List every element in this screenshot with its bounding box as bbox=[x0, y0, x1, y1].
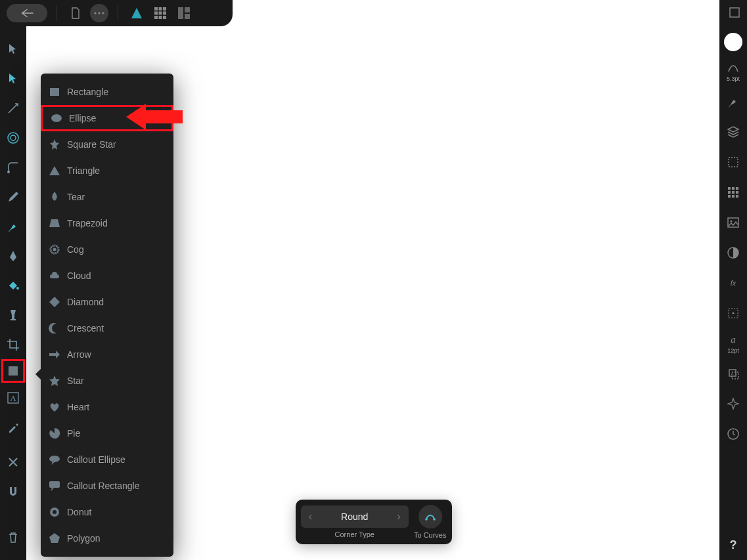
swatches-panel[interactable] bbox=[719, 177, 747, 207]
right-toolbar: 5.3pt fx a 12pt ? bbox=[719, 0, 747, 560]
shape-label: Pie bbox=[67, 428, 80, 439]
persona-export-button[interactable] bbox=[175, 4, 193, 22]
node-tool[interactable] bbox=[0, 64, 26, 93]
shape-star[interactable]: Star bbox=[41, 368, 173, 394]
shape-label: Diamond bbox=[67, 297, 104, 307]
shape-polygon[interactable]: Polygon bbox=[41, 525, 173, 551]
trash-icon bbox=[7, 531, 20, 544]
shape-donut[interactable]: Donut bbox=[41, 499, 173, 525]
svg-rect-41 bbox=[732, 372, 738, 379]
transparency-tool[interactable] bbox=[0, 300, 26, 330]
stroke-pt-label: 5.3pt bbox=[727, 75, 740, 82]
shape-callout-rectangle[interactable]: Callout Rectangle bbox=[41, 473, 173, 499]
transform-panel[interactable] bbox=[719, 358, 747, 389]
layers-panel[interactable] bbox=[719, 117, 747, 147]
fill-tool[interactable] bbox=[0, 270, 26, 300]
star-icon bbox=[49, 375, 60, 387]
svg-rect-11 bbox=[163, 16, 166, 19]
shape-label: Tear bbox=[67, 192, 85, 202]
svg-rect-48 bbox=[49, 481, 60, 488]
svg-point-18 bbox=[16, 287, 19, 290]
delete-tool[interactable] bbox=[0, 447, 26, 477]
chevron-right-icon[interactable]: › bbox=[393, 511, 405, 523]
corner-tool[interactable] bbox=[0, 152, 26, 182]
to-curves-action[interactable]: To Curves bbox=[414, 505, 447, 539]
svg-point-15 bbox=[8, 133, 18, 143]
shape-diamond[interactable]: Diamond bbox=[41, 289, 173, 315]
fx-panel[interactable]: fx bbox=[719, 268, 747, 298]
back-button[interactable] bbox=[7, 4, 47, 22]
contour-tool[interactable] bbox=[0, 123, 26, 152]
shape-rectangle[interactable]: Rectangle bbox=[41, 79, 173, 105]
shape-label: Heart bbox=[67, 402, 89, 412]
pen-icon bbox=[7, 249, 20, 263]
color-swatch[interactable] bbox=[724, 33, 742, 51]
shape-triangle[interactable]: Triangle bbox=[41, 158, 173, 184]
navigator-panel[interactable] bbox=[719, 389, 747, 419]
trash-button[interactable] bbox=[0, 523, 26, 552]
pencil-tool[interactable] bbox=[0, 182, 26, 211]
persona-designer-button[interactable] bbox=[127, 4, 146, 22]
swatches-icon bbox=[727, 186, 740, 199]
grid-icon bbox=[154, 7, 166, 19]
pen-tool[interactable] bbox=[0, 241, 26, 270]
help-button[interactable]: ? bbox=[730, 538, 737, 552]
crop-tool[interactable] bbox=[0, 330, 26, 359]
svg-text:a: a bbox=[731, 334, 736, 345]
to-curves-button[interactable] bbox=[419, 505, 442, 528]
text-icon: A bbox=[7, 391, 20, 404]
shape-label: Square Star bbox=[67, 139, 116, 150]
more-button[interactable] bbox=[90, 4, 108, 22]
svg-rect-40 bbox=[729, 370, 736, 376]
shape-trapezoid[interactable]: Trapezoid bbox=[41, 210, 173, 236]
corner-type-selector[interactable]: ‹ Round › Corner Type bbox=[301, 506, 409, 538]
shape-heart[interactable]: Heart bbox=[41, 394, 173, 420]
shape-arrow[interactable]: Arrow bbox=[41, 341, 173, 368]
text-styles-panel[interactable] bbox=[719, 298, 747, 328]
shape-ellipse[interactable]: Ellipse bbox=[41, 105, 173, 131]
svg-rect-7 bbox=[159, 12, 162, 15]
shape-callout-ellipse[interactable]: Callout Ellipse bbox=[41, 446, 173, 473]
triangle-app-icon bbox=[130, 7, 143, 20]
selection-panel[interactable] bbox=[719, 147, 747, 177]
typography-panel[interactable]: a 12pt bbox=[719, 328, 747, 358]
contour-icon bbox=[7, 131, 20, 144]
magnet-icon bbox=[7, 485, 20, 498]
shape-tool[interactable] bbox=[1, 359, 25, 383]
shape-cloud[interactable]: Cloud bbox=[41, 263, 173, 289]
corner-type-label: Corner Type bbox=[335, 530, 374, 538]
document-button[interactable] bbox=[66, 4, 85, 22]
eyedropper-tool[interactable] bbox=[0, 412, 26, 442]
text-tool[interactable]: A bbox=[0, 383, 26, 412]
stock-panel[interactable] bbox=[719, 207, 747, 238]
stroke-panel[interactable]: 5.3pt bbox=[719, 56, 747, 87]
point-transform-tool[interactable] bbox=[0, 93, 26, 123]
to-curves-label: To Curves bbox=[414, 531, 447, 539]
persona-pixel-button[interactable] bbox=[151, 4, 170, 22]
chevron-left-icon[interactable]: ‹ bbox=[305, 511, 317, 523]
shape-tear[interactable]: Tear bbox=[41, 184, 173, 210]
svg-point-16 bbox=[11, 135, 16, 140]
fullscreen-button[interactable] bbox=[729, 7, 740, 21]
divider bbox=[118, 5, 118, 21]
shape-tool-popup: RectangleEllipseSquare StarTriangleTearT… bbox=[41, 74, 173, 557]
shape-cog[interactable]: Cog bbox=[41, 236, 173, 263]
history-panel[interactable] bbox=[719, 419, 747, 449]
svg-rect-27 bbox=[728, 191, 731, 194]
shape-square-star[interactable]: Square Star bbox=[41, 131, 173, 158]
brush-panel[interactable] bbox=[719, 87, 747, 117]
shape-pie[interactable]: Pie bbox=[41, 420, 173, 446]
svg-point-2 bbox=[102, 12, 104, 14]
transform-icon bbox=[727, 367, 740, 380]
arrow-left-icon bbox=[20, 8, 34, 18]
adjustments-panel[interactable] bbox=[719, 238, 747, 268]
typography-pt-label: 12pt bbox=[727, 347, 739, 354]
compass-icon bbox=[727, 397, 740, 410]
vector-brush-tool[interactable] bbox=[0, 211, 26, 241]
polygon-icon bbox=[49, 532, 60, 544]
shape-crescent[interactable]: Crescent bbox=[41, 315, 173, 341]
svg-rect-43 bbox=[50, 88, 59, 96]
move-tool[interactable] bbox=[0, 34, 26, 64]
brush-icon bbox=[727, 95, 740, 108]
snapping-tool[interactable] bbox=[0, 477, 26, 506]
